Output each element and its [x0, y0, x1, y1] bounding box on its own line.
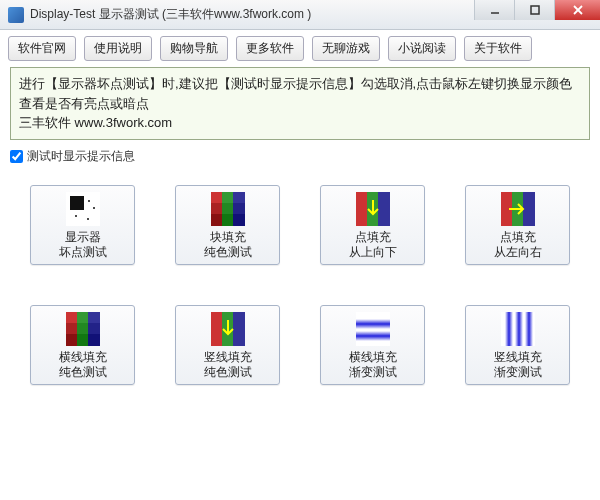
svg-rect-30: [88, 323, 100, 334]
minimize-icon: [489, 4, 501, 16]
svg-rect-42: [515, 312, 523, 346]
svg-rect-14: [222, 203, 233, 214]
svg-rect-41: [505, 312, 513, 346]
svg-point-9: [87, 218, 89, 220]
info-line-1: 进行【显示器坏点测试】时,建议把【测试时显示提示信息】勾选取消,点击鼠标左键切换…: [19, 74, 581, 113]
minimize-button[interactable]: [474, 0, 514, 20]
hline-gradient-icon: [356, 312, 390, 346]
test-label: 点填充从上向下: [349, 230, 397, 260]
test-label: 竖线填充渐变测试: [494, 350, 542, 380]
svg-point-6: [88, 200, 90, 202]
show-tips-label: 测试时显示提示信息: [27, 148, 135, 165]
show-tips-checkbox[interactable]: 测试时显示提示信息: [10, 148, 590, 165]
svg-rect-11: [222, 192, 233, 203]
test-label: 点填充从左向右: [494, 230, 542, 260]
svg-rect-13: [211, 203, 222, 214]
test-label: 竖线填充纯色测试: [204, 350, 252, 380]
window-controls: [474, 0, 600, 20]
svg-rect-34: [211, 312, 222, 346]
maximize-icon: [529, 4, 541, 16]
more-software-button[interactable]: 更多软件: [236, 36, 304, 61]
test-deadpixel-button[interactable]: 显示器坏点测试: [30, 185, 135, 265]
svg-rect-29: [77, 323, 88, 334]
toolbar: 软件官网 使用说明 购物导航 更多软件 无聊游戏 小说阅读 关于软件: [0, 30, 600, 67]
svg-rect-31: [66, 334, 77, 346]
deadpixel-icon: [66, 192, 100, 226]
show-tips-input[interactable]: [10, 150, 23, 163]
svg-rect-10: [211, 192, 222, 203]
svg-rect-27: [88, 312, 100, 323]
svg-rect-32: [77, 334, 88, 346]
test-vline-gradient-button[interactable]: 竖线填充渐变测试: [465, 305, 570, 385]
svg-rect-5: [70, 196, 84, 210]
svg-rect-38: [356, 319, 390, 329]
svg-rect-39: [356, 331, 390, 341]
window-title: Display-Test 显示器测试 (三丰软件www.3fwork.com ): [30, 6, 311, 23]
maximize-button[interactable]: [514, 0, 554, 20]
test-grid: 显示器坏点测试 块填充纯色测试 点填充从上向下 点填充从左向右 横线填充纯色测试: [0, 175, 600, 405]
hline-solid-icon: [66, 312, 100, 346]
point-leftright-icon: [501, 192, 535, 226]
test-label: 横线填充纯色测试: [59, 350, 107, 380]
info-box: 进行【显示器坏点测试】时,建议把【测试时显示提示信息】勾选取消,点击鼠标左键切换…: [10, 67, 590, 140]
test-label: 横线填充渐变测试: [349, 350, 397, 380]
svg-rect-18: [233, 214, 245, 226]
test-block-solid-button[interactable]: 块填充纯色测试: [175, 185, 280, 265]
titlebar: Display-Test 显示器测试 (三丰软件www.3fwork.com ): [0, 0, 600, 30]
svg-rect-1: [531, 6, 539, 14]
svg-rect-24: [523, 192, 535, 226]
close-button[interactable]: [554, 0, 600, 20]
svg-rect-16: [211, 214, 222, 226]
svg-rect-12: [233, 192, 245, 203]
test-label: 块填充纯色测试: [204, 230, 252, 260]
vline-solid-icon: [211, 312, 245, 346]
test-point-topdown-button[interactable]: 点填充从上向下: [320, 185, 425, 265]
test-point-leftright-button[interactable]: 点填充从左向右: [465, 185, 570, 265]
novel-button[interactable]: 小说阅读: [388, 36, 456, 61]
block-solid-icon: [211, 192, 245, 226]
svg-rect-19: [356, 192, 367, 226]
info-line-2: 三丰软件 www.3fwork.com: [19, 113, 581, 133]
test-vline-solid-button[interactable]: 竖线填充纯色测试: [175, 305, 280, 385]
svg-rect-33: [88, 334, 100, 346]
svg-rect-43: [525, 312, 533, 346]
help-button[interactable]: 使用说明: [84, 36, 152, 61]
svg-rect-36: [233, 312, 245, 346]
shopping-button[interactable]: 购物导航: [160, 36, 228, 61]
test-hline-gradient-button[interactable]: 横线填充渐变测试: [320, 305, 425, 385]
test-label: 显示器坏点测试: [59, 230, 107, 260]
svg-point-8: [75, 215, 77, 217]
vline-gradient-icon: [501, 312, 535, 346]
svg-rect-26: [77, 312, 88, 323]
svg-rect-17: [222, 214, 233, 226]
website-button[interactable]: 软件官网: [8, 36, 76, 61]
svg-rect-28: [66, 323, 77, 334]
app-icon: [8, 7, 24, 23]
svg-rect-25: [66, 312, 77, 323]
svg-point-7: [93, 207, 95, 209]
about-button[interactable]: 关于软件: [464, 36, 532, 61]
games-button[interactable]: 无聊游戏: [312, 36, 380, 61]
point-topdown-icon: [356, 192, 390, 226]
test-hline-solid-button[interactable]: 横线填充纯色测试: [30, 305, 135, 385]
close-icon: [572, 4, 584, 16]
svg-rect-21: [378, 192, 390, 226]
svg-rect-15: [233, 203, 245, 214]
